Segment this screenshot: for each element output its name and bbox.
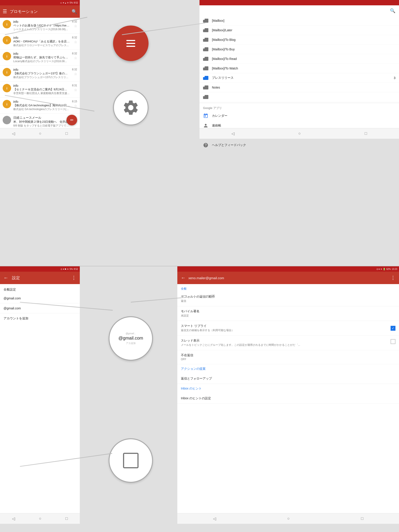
email-item[interactable]: i info 【株式会社 GA technologies】海外向け日本... 株…	[0, 98, 80, 114]
back-nav-button[interactable]: ◁	[213, 516, 216, 521]
email-item[interactable]: i info AOKI・ORIHICAが「みえる通訳」を全店導入... 株式会社…	[0, 34, 80, 50]
account-setting-inbox-hints[interactable]: Inbox のヒントの設定	[177, 393, 399, 404]
star-icon[interactable]: ☆	[74, 72, 77, 76]
hamburger-line	[126, 46, 135, 47]
email-content: 日経ニュースメール 米、対中関税第２弾を23日発動へ 化学品... 8/8 朝版…	[13, 116, 72, 128]
star-icon[interactable]: ☆	[74, 24, 77, 28]
gmail-circle-bottom: アカ迫加	[118, 342, 143, 345]
inbox-title: プロモーション	[10, 9, 69, 14]
account-battery: 62%	[386, 268, 391, 270]
email-item[interactable]: i info 【セミナー＆交流会のご案内】9月24日（月... 非営利型一般社団…	[0, 82, 80, 98]
setting-title: スレッド表示	[181, 339, 389, 343]
gear-icon	[122, 99, 140, 116]
action-suggestions-link[interactable]: アクションの提案	[177, 364, 399, 374]
account-time: 13:23	[392, 268, 397, 270]
email-time: 8:31	[72, 84, 77, 87]
drawer-item[interactable]: [Mailbox]/To Watch	[199, 64, 399, 73]
email-time: 8:32	[72, 52, 77, 55]
home-nav-button[interactable]: ○	[39, 516, 42, 521]
checkbox-checked[interactable]: ✓	[391, 326, 395, 331]
status-bar-top-left: ▭ ▾ ▴ ✈ 5% 8:52	[0, 0, 80, 5]
setting-title: 不在返信	[181, 353, 395, 357]
hamburger-circle-button[interactable]	[113, 25, 148, 61]
fab-compose[interactable]: ✏	[67, 115, 77, 125]
star-icon[interactable]: ☆	[74, 40, 77, 44]
status-battery: 5%	[70, 1, 73, 4]
home-nav-button[interactable]: ○	[39, 131, 42, 136]
folder-icon	[203, 95, 208, 99]
star-icon[interactable]: ☆	[74, 56, 77, 60]
email-item[interactable]: i info 荷物は一切持たず、旅先で借りて手ぶら旅!?... Locarry株…	[0, 50, 80, 66]
google-app-item-help[interactable]: ヘルプとフィードバック	[199, 140, 399, 150]
recents-nav-button[interactable]: □	[65, 516, 68, 521]
gmail-circle-text: @gmail.com	[118, 336, 143, 341]
hamburger-line	[126, 40, 135, 41]
email-preview: 8/8 朝版 をタップすると日経電子版アプリで...	[13, 124, 72, 128]
settings-account-1[interactable]: @gmail.com	[0, 293, 80, 303]
google-apps-label: Google アプリ	[199, 104, 399, 111]
more-icon[interactable]: ⋮	[71, 275, 76, 281]
drawer-item-notes[interactable]: Notes	[199, 83, 399, 92]
back-nav-button[interactable]: ◁	[12, 516, 15, 521]
status-wifi-icon: ▾	[63, 1, 64, 4]
setting-title: モバイル署名	[181, 309, 395, 313]
square-circle[interactable]	[109, 438, 153, 483]
setting-title: Inbox のヒントの設定	[181, 396, 395, 400]
back-arrow-icon[interactable]: ←	[4, 275, 8, 281]
drawer-item[interactable]: [Mailbox]/To Blog	[199, 35, 399, 44]
account-setting-out-of-office[interactable]: 不在返信 OFF	[177, 350, 399, 364]
avatar: i	[3, 20, 11, 28]
recents-nav-button[interactable]: □	[365, 131, 367, 136]
back-nav-button[interactable]: ◁	[12, 131, 15, 136]
folder-icon	[203, 28, 208, 32]
help-icon	[203, 142, 208, 148]
home-nav-button[interactable]: ○	[287, 516, 290, 521]
email-item[interactable]: i info ペットのお墓を扱うECサイト（https://seast... シ…	[0, 18, 80, 34]
bottom-nav-settings: ◁ ○ □	[0, 513, 80, 524]
recents-nav-button[interactable]: □	[65, 131, 68, 136]
account-setting-signature[interactable]: モバイル署名 未設定	[177, 306, 399, 321]
drawer-item[interactable]: [Mailbox]/To Read	[199, 54, 399, 64]
home-nav-button[interactable]: ○	[298, 131, 301, 136]
bottom-nav-left: ◁ ○ □	[0, 128, 80, 139]
account-setting-thread[interactable]: スレッド表示 メールをトピックごとにグループ化します。この設定が適用されるまでに…	[177, 336, 399, 350]
gear-circle-button[interactable]	[113, 90, 148, 125]
email-item[interactable]: i info 【株式会社ブラウンシュガー1ST】食のオス... 株式会社ブラウン…	[0, 66, 80, 82]
status-battery: 5%	[70, 268, 73, 270]
account-more-icon[interactable]: ⋮	[391, 275, 395, 281]
avatar: i	[3, 36, 11, 44]
inbox-hints-link[interactable]: Inbox のヒント	[177, 384, 399, 393]
back-nav-button[interactable]: ◁	[231, 131, 234, 136]
avatar: i	[3, 68, 11, 76]
drawer-item[interactable]: [Mailbox]/Later	[199, 25, 399, 35]
email-subject: AOKI・ORIHICAが「みえる通訳」を全店導入...	[13, 39, 70, 44]
status-time: 8:52	[74, 268, 78, 270]
checkbox-unchecked[interactable]	[391, 339, 395, 344]
recents-nav-button[interactable]: □	[361, 516, 363, 521]
hamburger-menu-icon[interactable]: ☰	[3, 9, 7, 14]
hamburger-lines	[126, 40, 135, 47]
email-sender: 日経ニュースメール	[13, 116, 72, 120]
star-icon[interactable]: ☆	[74, 88, 77, 92]
google-app-item-calendar[interactable]: カレンダー	[199, 111, 399, 121]
setting-sub: 返信	[181, 299, 395, 303]
gmail-circle[interactable]: @gmail... @gmail.com アカ迫加	[109, 316, 153, 361]
drawer-item-label: [Mailbox]/Later	[212, 28, 395, 32]
account-setting-smart-reply[interactable]: スマート リプライ 返信文の候補を表示する（利用可能な場合） ✓	[177, 321, 399, 336]
drawer-item-pressrelease[interactable]: プレスリリース 3	[199, 73, 399, 83]
account-setting-reply-followup[interactable]: 返信とフォローアップ	[177, 374, 399, 384]
email-time: 8:15	[72, 100, 77, 103]
email-content: info ペットのお墓を扱うECサイト（https://seast... シース…	[13, 20, 70, 31]
calendar-icon	[203, 113, 208, 119]
account-setting-default-reply[interactable]: デフォルトの返信の動作 返信	[177, 292, 399, 306]
search-icon[interactable]: 🔍	[390, 8, 395, 13]
drawer-item-empty[interactable]	[199, 92, 399, 102]
drawer-item-label: Notes	[212, 86, 395, 89]
drawer-item[interactable]: [Mailbox]	[199, 16, 399, 25]
settings-add-account[interactable]: アカウントを追加	[0, 313, 80, 323]
search-icon[interactable]: 🔍	[72, 9, 77, 14]
account-settings-panel: ⊙ ▾ ✈ 🔋 62% 13:23 ← xeno.mailer@gmail.co…	[177, 266, 399, 524]
settings-account-2[interactable]: @gmail.com	[0, 303, 80, 313]
drawer-item[interactable]: [Mailbox]/To Buy	[199, 44, 399, 54]
setting-sub: メールをトピックごとにグループ化します。この設定が適用されるまでに時間がかかるこ…	[181, 343, 389, 347]
